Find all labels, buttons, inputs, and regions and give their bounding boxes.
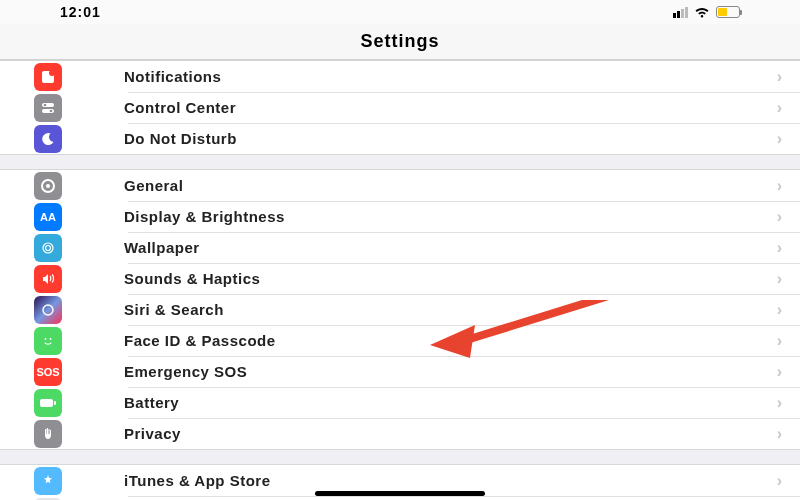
- settings-group-1: General › AA Display & Brightness › Wall…: [0, 169, 800, 450]
- row-label: Privacy: [124, 425, 181, 442]
- row-siri[interactable]: Siri & Search ›: [0, 294, 800, 325]
- home-indicator: [315, 491, 485, 496]
- svg-point-1: [49, 70, 55, 76]
- battery-icon: [716, 6, 740, 18]
- svg-point-8: [43, 243, 53, 253]
- chevron-right-icon: ›: [777, 332, 782, 350]
- moon-icon: [34, 125, 62, 153]
- notifications-icon: [34, 63, 62, 91]
- svg-rect-14: [54, 401, 56, 405]
- row-label: General: [124, 177, 183, 194]
- chevron-right-icon: ›: [777, 177, 782, 195]
- chevron-right-icon: ›: [777, 208, 782, 226]
- chevron-right-icon: ›: [777, 270, 782, 288]
- row-battery[interactable]: Battery ›: [0, 387, 800, 418]
- svg-point-12: [50, 338, 52, 340]
- chevron-right-icon: ›: [777, 301, 782, 319]
- display-icon: AA: [34, 203, 62, 231]
- row-label: Face ID & Passcode: [124, 332, 276, 349]
- wifi-icon: [694, 6, 710, 18]
- chevron-right-icon: ›: [777, 68, 782, 86]
- app-store-icon: [34, 467, 62, 495]
- row-label: Siri & Search: [124, 301, 224, 318]
- svg-point-10: [43, 305, 53, 315]
- svg-point-5: [50, 109, 53, 112]
- title-bar: Settings: [0, 24, 800, 60]
- row-label: Notifications: [124, 68, 221, 85]
- row-label: Display & Brightness: [124, 208, 285, 225]
- row-faceid[interactable]: Face ID & Passcode ›: [0, 325, 800, 356]
- row-wallpaper[interactable]: Wallpaper ›: [0, 232, 800, 263]
- settings-group-0: Notifications › Control Center › Do Not …: [0, 60, 800, 155]
- wallpaper-icon: [34, 234, 62, 262]
- row-label: Emergency SOS: [124, 363, 247, 380]
- siri-icon: [34, 296, 62, 324]
- row-wallet[interactable]: Wallet & Apple Pay ›: [0, 496, 800, 500]
- row-label: Battery: [124, 394, 179, 411]
- chevron-right-icon: ›: [777, 363, 782, 381]
- hand-icon: [34, 420, 62, 448]
- row-do-not-disturb[interactable]: Do Not Disturb ›: [0, 123, 800, 154]
- sos-icon: SOS: [34, 358, 62, 386]
- chevron-right-icon: ›: [777, 394, 782, 412]
- cellular-signal-icon: [673, 7, 688, 18]
- chevron-right-icon: ›: [777, 239, 782, 257]
- svg-point-4: [44, 103, 47, 106]
- face-id-icon: [34, 327, 62, 355]
- row-label: Wallpaper: [124, 239, 200, 256]
- row-label: Sounds & Haptics: [124, 270, 260, 287]
- page-title: Settings: [360, 31, 439, 52]
- row-general[interactable]: General ›: [0, 170, 800, 201]
- chevron-right-icon: ›: [777, 130, 782, 148]
- status-bar: 12:01: [0, 0, 800, 24]
- row-notifications[interactable]: Notifications ›: [0, 61, 800, 92]
- control-center-icon: [34, 94, 62, 122]
- battery-row-icon: [34, 389, 62, 417]
- row-sos[interactable]: SOS Emergency SOS ›: [0, 356, 800, 387]
- row-sounds[interactable]: Sounds & Haptics ›: [0, 263, 800, 294]
- chevron-right-icon: ›: [777, 472, 782, 490]
- row-label: iTunes & App Store: [124, 472, 271, 489]
- svg-point-11: [45, 338, 47, 340]
- chevron-right-icon: ›: [777, 99, 782, 117]
- svg-point-9: [46, 245, 51, 250]
- speaker-icon: [34, 265, 62, 293]
- svg-point-7: [46, 184, 50, 188]
- status-time: 12:01: [60, 4, 101, 20]
- gear-icon: [34, 172, 62, 200]
- row-privacy[interactable]: Privacy ›: [0, 418, 800, 449]
- row-label: Control Center: [124, 99, 236, 116]
- row-display[interactable]: AA Display & Brightness ›: [0, 201, 800, 232]
- row-label: Do Not Disturb: [124, 130, 237, 147]
- row-control-center[interactable]: Control Center ›: [0, 92, 800, 123]
- chevron-right-icon: ›: [777, 425, 782, 443]
- svg-rect-13: [40, 399, 53, 407]
